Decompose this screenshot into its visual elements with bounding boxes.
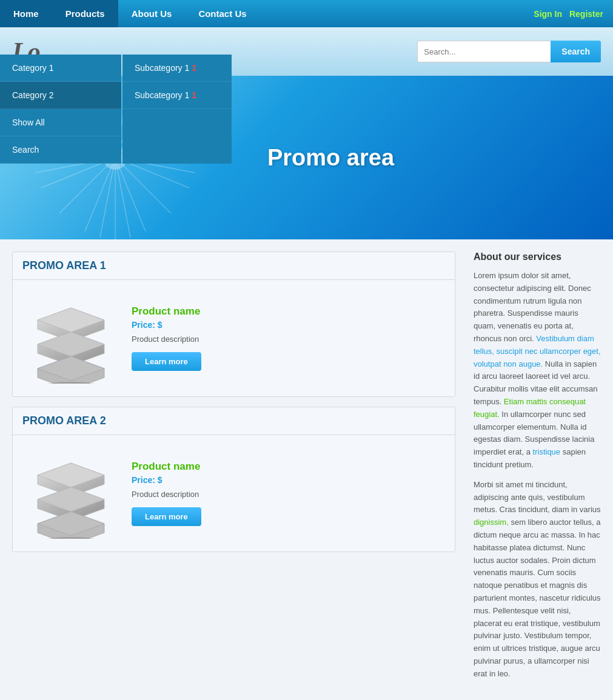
search-area: Search <box>417 41 601 62</box>
dropdown-category1[interactable]: Category 1 <box>0 55 121 82</box>
subcategory1-label: Subcategory 1 <box>135 63 189 73</box>
main-content: PROMO AREA 1 <box>0 239 613 700</box>
search-input[interactable] <box>417 41 551 62</box>
nav-right: Sign In Register <box>524 0 613 27</box>
dropdown-subcategory1[interactable]: Subcategory 1 1 <box>122 55 232 82</box>
learn-more-button-1[interactable]: Learn more <box>132 352 201 371</box>
svg-line-20 <box>100 158 115 238</box>
product-price-1: Price: $ <box>132 320 445 330</box>
promo-title-1: PROMO AREA 1 <box>13 252 455 280</box>
nav-left: Home Products About Us Contact Us <box>0 0 524 27</box>
sidebar: About our services Lorem ipsum dolor sit… <box>467 252 613 688</box>
promo-card-2: PROMO AREA 2 <box>12 407 455 552</box>
product-desc-1: Product description <box>132 335 445 344</box>
promo-title-2: PROMO AREA 2 <box>13 407 455 435</box>
dropdown-overlay: Category 1 Category 2 Show All Search Su… <box>0 55 232 164</box>
nav-about[interactable]: About Us <box>118 0 186 27</box>
product-image-1 <box>22 290 119 387</box>
promo-inner-2: Product name Price: $ Product descriptio… <box>13 435 455 552</box>
search-button[interactable]: Search <box>551 41 601 62</box>
subcategory2-badge: 1 <box>192 90 196 100</box>
stack-svg-2 <box>25 448 116 539</box>
promo-inner-1: Product name Price: $ Product descriptio… <box>13 280 455 396</box>
subcategory1-badge: 1 <box>192 63 196 73</box>
learn-more-button-2[interactable]: Learn more <box>132 507 201 526</box>
dropdown-show-all[interactable]: Show All <box>0 109 121 136</box>
product-desc-2: Product description <box>132 490 445 499</box>
dropdown-subcategory2[interactable]: Subcategory 1 1 <box>122 82 232 109</box>
nav-products[interactable]: Products <box>52 0 118 27</box>
promo-section: PROMO AREA 1 <box>0 252 467 688</box>
register-link[interactable]: Register <box>569 9 603 19</box>
sidebar-para2: Morbi sit amet mi tincidunt, adipiscing … <box>474 479 601 681</box>
product-name-1: Product name <box>132 305 445 318</box>
sign-in-link[interactable]: Sign In <box>534 9 562 19</box>
stack-svg-1 <box>25 293 116 384</box>
sidebar-para1: Lorem ipsum dolor sit amet, consectetur … <box>474 270 601 472</box>
svg-line-19 <box>115 158 130 238</box>
subcategory2-label: Subcategory 1 <box>135 90 189 100</box>
dropdown-col2: Subcategory 1 1 Subcategory 1 1 <box>122 55 232 164</box>
sidebar-title: About our services <box>474 252 601 262</box>
product-info-2: Product name Price: $ Product descriptio… <box>132 461 445 526</box>
product-price-2: Price: $ <box>132 475 445 485</box>
promo-card-1: PROMO AREA 1 <box>12 252 455 397</box>
product-name-2: Product name <box>132 461 445 473</box>
dropdown-search[interactable]: Search <box>0 136 121 164</box>
navbar: Home Products About Us Contact Us Sign I… <box>0 0 613 27</box>
nav-contact[interactable]: Contact Us <box>185 0 260 27</box>
nav-home[interactable]: Home <box>0 0 52 27</box>
product-image-2 <box>22 445 119 542</box>
hero-title: Promo area <box>267 145 394 171</box>
dropdown-col1: Category 1 Category 2 Show All Search <box>0 55 121 164</box>
product-info-1: Product name Price: $ Product descriptio… <box>132 305 445 371</box>
dropdown-category2[interactable]: Category 2 <box>0 82 121 109</box>
